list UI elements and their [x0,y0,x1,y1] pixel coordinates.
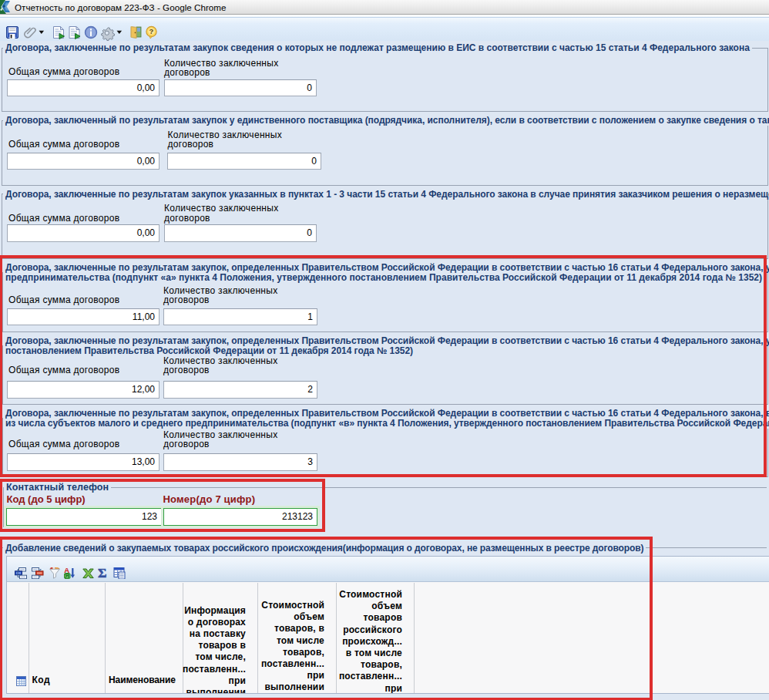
svg-text:?: ? [149,27,154,35]
